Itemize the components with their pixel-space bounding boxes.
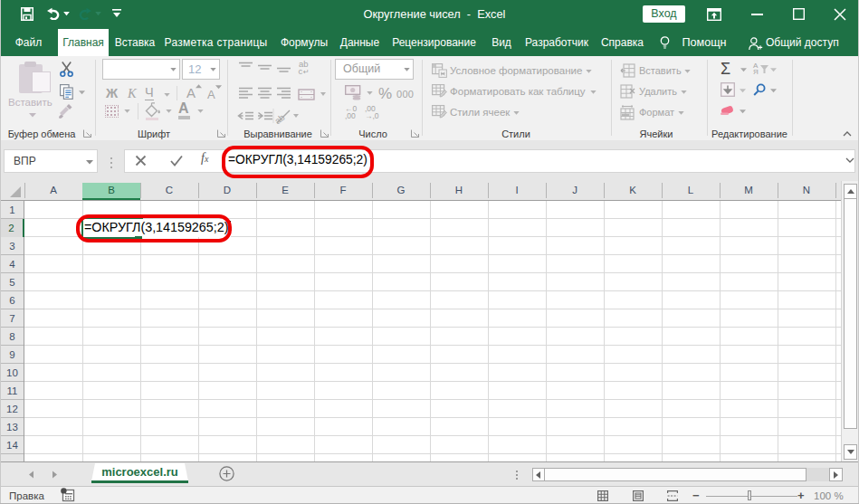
svg-text:ab: ab (272, 112, 287, 127)
svg-text:c: c (299, 66, 303, 76)
svg-text:↵: ↵ (303, 68, 310, 76)
